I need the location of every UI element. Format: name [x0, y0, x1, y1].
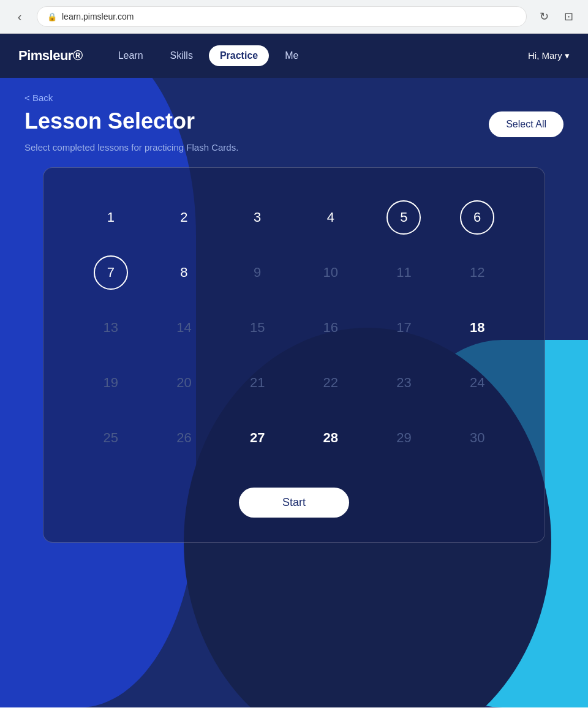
page-subtitle: Select completed lessons for practicing …: [24, 142, 564, 153]
lesson-cell-16[interactable]: 16: [294, 300, 368, 355]
lesson-number-13: 13: [94, 311, 128, 345]
lesson-cell-12[interactable]: 12: [440, 245, 514, 300]
lesson-cell-6[interactable]: 6: [440, 190, 514, 245]
lesson-cell-29[interactable]: 29: [368, 410, 441, 466]
lesson-number-5: 5: [386, 200, 421, 235]
back-link[interactable]: < Back: [24, 92, 53, 103]
page-content: < Back Lesson Selector Select All Select…: [0, 78, 588, 567]
lesson-cell-11[interactable]: 11: [368, 245, 441, 300]
lesson-grid: 1234567891011121314151617181920212223242…: [74, 190, 514, 466]
lesson-number-25: 25: [94, 421, 128, 455]
address-bar: 🔒 learn.pimsleur.com: [37, 6, 527, 27]
lesson-number-11: 11: [386, 255, 421, 290]
nav: Pimsleur® Learn Skills Practice Me Hi, M…: [0, 34, 588, 78]
lesson-number-29: 29: [386, 421, 421, 455]
nav-user[interactable]: Hi, Mary ▾: [528, 50, 570, 61]
lesson-cell-30[interactable]: 30: [440, 410, 514, 466]
lesson-number-30: 30: [460, 421, 494, 455]
lesson-cell-5[interactable]: 5: [368, 190, 441, 245]
lesson-number-2: 2: [167, 200, 201, 235]
app-container: Pimsleur® Learn Skills Practice Me Hi, M…: [0, 34, 588, 707]
lesson-number-27: 27: [240, 421, 274, 455]
lesson-grid-container: 1234567891011121314151617181920212223242…: [43, 167, 545, 543]
start-button-wrapper: Start: [74, 488, 514, 518]
lesson-cell-20[interactable]: 20: [148, 355, 221, 410]
lesson-number-19: 19: [94, 366, 128, 400]
lesson-number-16: 16: [314, 311, 348, 345]
lesson-cell-27[interactable]: 27: [221, 410, 294, 466]
lesson-cell-18[interactable]: 18: [440, 300, 514, 355]
nav-learn[interactable]: Learn: [107, 45, 154, 66]
lesson-number-28: 28: [314, 421, 348, 455]
lesson-cell-8[interactable]: 8: [148, 245, 221, 300]
lesson-cell-24[interactable]: 24: [440, 355, 514, 410]
nav-practice[interactable]: Practice: [209, 45, 269, 66]
select-all-button[interactable]: Select All: [489, 111, 564, 137]
lesson-cell-15[interactable]: 15: [221, 300, 294, 355]
page-header: Lesson Selector Select All: [24, 109, 564, 137]
lesson-number-24: 24: [460, 366, 494, 400]
lesson-cell-1[interactable]: 1: [74, 190, 148, 245]
lesson-number-17: 17: [386, 311, 421, 345]
lesson-cell-23[interactable]: 23: [368, 355, 441, 410]
bookmark-button[interactable]: ⊡: [559, 7, 578, 26]
lesson-number-4: 4: [314, 200, 348, 235]
start-button[interactable]: Start: [239, 488, 349, 518]
browser-chrome: ‹ 🔒 learn.pimsleur.com ↻ ⊡: [0, 0, 588, 34]
nav-me[interactable]: Me: [274, 45, 309, 66]
lesson-number-18: 18: [460, 311, 494, 345]
lesson-cell-14[interactable]: 14: [148, 300, 221, 355]
lesson-cell-19[interactable]: 19: [74, 355, 148, 410]
nav-logo: Pimsleur®: [18, 48, 83, 64]
lesson-number-9: 9: [240, 255, 274, 290]
lesson-cell-17[interactable]: 17: [368, 300, 441, 355]
lesson-cell-28[interactable]: 28: [294, 410, 368, 466]
nav-links: Learn Skills Practice Me: [107, 45, 528, 66]
lesson-number-3: 3: [240, 200, 274, 235]
lesson-cell-3[interactable]: 3: [221, 190, 294, 245]
lesson-number-26: 26: [167, 421, 201, 455]
browser-back-button[interactable]: ‹: [10, 7, 29, 26]
lesson-number-8: 8: [167, 255, 201, 290]
lesson-number-1: 1: [94, 200, 128, 235]
lesson-number-15: 15: [240, 311, 274, 345]
nav-skills[interactable]: Skills: [159, 45, 204, 66]
lesson-cell-10[interactable]: 10: [294, 245, 368, 300]
reload-button[interactable]: ↻: [534, 7, 554, 26]
lesson-number-6: 6: [460, 200, 494, 235]
lesson-number-21: 21: [240, 366, 274, 400]
browser-actions: ↻ ⊡: [534, 7, 578, 26]
lock-icon: 🔒: [47, 12, 57, 21]
lesson-cell-13[interactable]: 13: [74, 300, 148, 355]
lesson-number-20: 20: [167, 366, 201, 400]
lesson-cell-25[interactable]: 25: [74, 410, 148, 466]
lesson-cell-4[interactable]: 4: [294, 190, 368, 245]
lesson-cell-26[interactable]: 26: [148, 410, 221, 466]
lesson-number-14: 14: [167, 311, 201, 345]
lesson-cell-21[interactable]: 21: [221, 355, 294, 410]
lesson-number-22: 22: [314, 366, 348, 400]
lesson-cell-7[interactable]: 7: [74, 245, 148, 300]
lesson-number-12: 12: [460, 255, 494, 290]
lesson-number-23: 23: [386, 366, 421, 400]
lesson-number-10: 10: [314, 255, 348, 290]
lesson-cell-2[interactable]: 2: [148, 190, 221, 245]
url-text: learn.pimsleur.com: [62, 12, 134, 21]
lesson-number-7: 7: [94, 255, 128, 290]
lesson-cell-9[interactable]: 9: [221, 245, 294, 300]
lesson-cell-22[interactable]: 22: [294, 355, 368, 410]
page-title: Lesson Selector: [24, 109, 195, 134]
